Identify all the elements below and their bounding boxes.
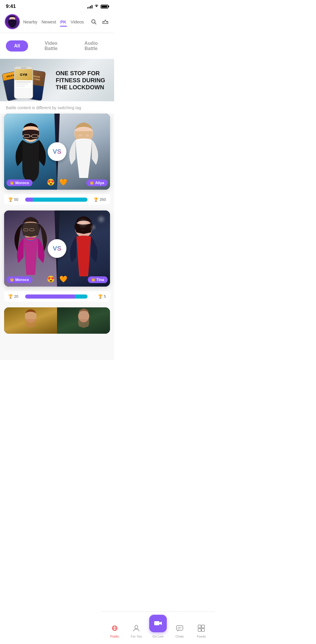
progress-bar-1: 🏆 50 🏆 350: [4, 194, 110, 205]
progress-fill-left-1: [25, 198, 33, 202]
search-button[interactable]: [90, 18, 98, 26]
progress-track-1: [25, 198, 87, 202]
vs-badge-1: VS: [48, 142, 66, 161]
tab-videos[interactable]: Videos: [70, 18, 85, 25]
filter-video-battle-button[interactable]: Video Battle: [34, 38, 68, 54]
header-nav: Nearby Newest PK Videos: [0, 12, 114, 33]
battery-icon: [101, 5, 108, 8]
svg-point-8: [78, 134, 82, 137]
progress-fill-right-1: [33, 198, 87, 202]
tab-nearby[interactable]: Nearby: [23, 18, 38, 25]
battle-name-right-2: 👑 Tina: [88, 276, 108, 283]
status-time: 9:41: [6, 4, 16, 9]
filter-all-button[interactable]: All: [6, 40, 28, 52]
signal-icon: [87, 4, 92, 8]
promo-banner[interactable]: GOLD'S GYM REFERA FRND: [0, 59, 114, 101]
battle-card-1[interactable]: 👑 Moroco 😍: [4, 114, 110, 190]
status-icons: [87, 4, 108, 9]
header-icons: [90, 18, 109, 26]
battle-images-1: 👑 Moroco 😍: [4, 114, 110, 190]
content-scroll: GOLD'S GYM REFERA FRND: [0, 59, 114, 360]
banner-text: ONE STOP FOR FITNESS DURING THE LOCKDOWN: [51, 70, 114, 91]
battle-emoji-left-1: 😍: [47, 179, 55, 186]
battle-images-2: 👑 Moroco 😍: [4, 210, 110, 287]
progress-bar-2: 🏆 20 🏆 5: [4, 291, 110, 302]
svg-line-3: [95, 23, 96, 24]
banner-phones: GOLD'S GYM REFERA FRND: [0, 59, 51, 101]
filter-bar: All Video Battle Audio Battle: [0, 33, 114, 59]
banner-title: ONE STOP FOR FITNESS DURING THE LOCKDOWN: [56, 70, 111, 91]
svg-rect-14: [76, 229, 82, 232]
battle-card-2[interactable]: 👑 Moroco 😍: [4, 210, 110, 287]
score-left-2: 🏆 20: [8, 294, 23, 299]
svg-point-9: [85, 134, 89, 137]
status-bar: 9:41: [0, 0, 114, 12]
svg-rect-15: [84, 229, 90, 232]
battle-name-left-1: 👑 Moroco: [6, 179, 32, 186]
score-right-2: 🏆 5: [90, 294, 106, 299]
user-avatar[interactable]: [5, 14, 20, 29]
battle-emoji-right-1: 🧡: [59, 179, 67, 186]
vs-badge-2: VS: [48, 239, 66, 258]
score-left-1: 🏆 50: [8, 197, 23, 202]
progress-fill-left-2: [25, 294, 75, 299]
filter-audio-battle-button[interactable]: Audio Battle: [74, 38, 108, 54]
crown-button[interactable]: [101, 18, 109, 26]
progress-track-2: [25, 294, 87, 299]
tab-pk[interactable]: PK: [60, 18, 67, 25]
battle-images-3-partial: [4, 307, 110, 334]
progress-fill-right-2: [75, 294, 87, 299]
wifi-icon: [94, 4, 99, 9]
score-right-1: 🏆 350: [90, 197, 106, 202]
battle-name-right-1: 👑 Aliya: [86, 179, 108, 186]
tab-newest[interactable]: Newest: [41, 18, 57, 25]
battle-name-left-2: 👑 Moroco: [6, 276, 32, 283]
battle-emoji-left-2: 😍: [47, 275, 55, 283]
battle-card-3-partial[interactable]: [4, 307, 110, 334]
section-subtitle: Battle content is different by switching…: [0, 101, 114, 114]
battle-emoji-right-2: 🧡: [59, 275, 67, 283]
nav-tabs: Nearby Newest PK Videos: [21, 18, 86, 25]
